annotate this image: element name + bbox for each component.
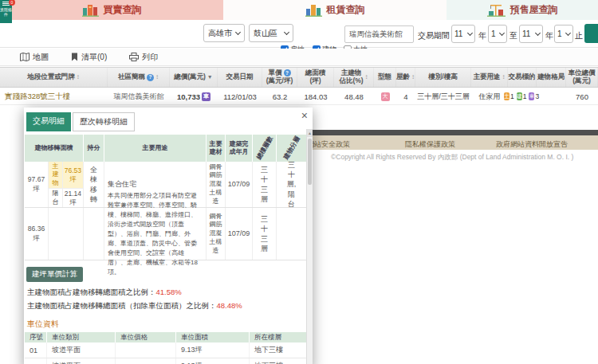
col-total-price[interactable]: 總價(萬元)▼: [170, 68, 218, 87]
row-floor: 三十層/三十三層: [415, 88, 471, 104]
sort-icon[interactable]: ↕: [365, 73, 368, 80]
cell-completed: 107/09: [226, 208, 253, 260]
cell-share: [84, 208, 104, 260]
part-name-main: 主建物: [49, 162, 63, 188]
col-main-use: 主要用途: [104, 135, 207, 162]
sort-icon[interactable]: ↕: [155, 73, 159, 80]
detail-row: 86.36坪 本共同使用部分之項目有防空避難室兼停車空間、停車空間、騎樓、樓梯間…: [25, 208, 307, 260]
info-icon[interactable]: ?: [147, 74, 154, 81]
sort-icon[interactable]: ↕: [502, 73, 506, 80]
crane-icon: [487, 3, 506, 17]
cell-material: 鋼骨鋼筋混凝土構造: [207, 162, 226, 207]
parking-row: 01 坡道平面 9.13坪 地下三樓: [25, 342, 307, 358]
cell-parking-floor: 地下三樓: [250, 342, 307, 358]
print-label: 列印: [142, 52, 158, 63]
row-main-ratio: 48.48: [334, 88, 374, 104]
tab-presale-query[interactable]: 預售屋查詢: [447, 0, 598, 20]
col-parking-price: 車位價格: [116, 332, 176, 342]
tab-transaction-detail[interactable]: 交易明細: [26, 112, 71, 131]
ratio-value: 48.48%: [217, 301, 242, 310]
footer-divider-bar: [303, 130, 598, 135]
from-year-value: 11: [454, 29, 462, 38]
row-area: 184.03: [297, 88, 334, 104]
col-usage[interactable]: 主要用途↕: [471, 68, 508, 87]
col-address[interactable]: 地段位置或門牌↕: [0, 68, 108, 87]
scrollbar-thumb[interactable]: [308, 139, 312, 185]
building-target-icon: 建: [517, 92, 522, 100]
cell-parking-type: 坡道平面: [47, 358, 116, 364]
tab-rent-query[interactable]: 租賃查詢: [223, 0, 447, 20]
city-value: 高雄市: [208, 28, 232, 39]
cell-main-use: 本共同使用部分之項目有防空避難室兼停車空間、停車空間、騎樓、樓梯間、梯廳、進排煙…: [104, 208, 207, 260]
map-view-button[interactable]: 地圖: [20, 52, 49, 63]
col-completed: 建築完成年月: [226, 135, 253, 162]
cell-parking-floor: 地下三樓: [250, 358, 307, 364]
results-toolbar: 地圖 清單(0) 列印: [0, 49, 598, 66]
advanced-filter-label: 進階條件: [0, 7, 12, 17]
col-material: 主要建材: [207, 135, 226, 162]
from-year-select[interactable]: 11: [451, 25, 475, 43]
cell-parking-type: 坡道平面: [47, 342, 116, 358]
district-value: 鼓山區: [254, 28, 277, 39]
to-month-select[interactable]: 1: [554, 25, 573, 43]
parking-target-icon: 車: [529, 92, 534, 100]
district-select[interactable]: 鼓山區: [249, 24, 293, 42]
tab-label: 買賣查詢: [104, 3, 142, 17]
tab-transfer-history[interactable]: 歷次轉移明細: [73, 112, 135, 131]
city-select[interactable]: 高雄市: [203, 24, 245, 42]
community-search-input[interactable]: [344, 25, 414, 43]
result-row[interactable]: 實踐路328號三十樓 瑞周信義美術館 10,733 車 112/01/03 63…: [0, 88, 598, 105]
sort-icon[interactable]: ↕: [77, 73, 80, 80]
col-community[interactable]: 社區簡稱?↕: [108, 68, 170, 87]
part-name-balcony: 陽台: [49, 189, 63, 207]
from-month-select[interactable]: 1: [488, 25, 507, 43]
building-target-count: 1: [523, 92, 527, 100]
cell-area-breakdown: [49, 208, 84, 260]
col-layout[interactable]: 建物格局: [537, 68, 566, 87]
printer-icon: [129, 53, 139, 61]
cell-building-floor: [277, 208, 307, 260]
footer-link-privacy[interactable]: 隱私權保護政策: [405, 139, 455, 150]
print-button[interactable]: 列印: [129, 52, 158, 63]
top-tab-bar: 買賣查詢 租賃查詢 預售屋查詢: [0, 0, 598, 20]
cell-share: 全棟移轉: [84, 162, 104, 207]
search-button[interactable]: [584, 24, 598, 43]
app-window: 買賣查詢 租賃查詢 預售屋查詢 進階條件 0 高雄市 鼓山: [0, 0, 598, 364]
modal-tab-bar: 交易明細 歷次轉移明細: [24, 108, 313, 131]
col-area[interactable]: 總面積(坪): [297, 68, 334, 87]
chevron-down-icon: [535, 30, 541, 36]
row-type: 大: [374, 88, 396, 104]
footer-link-open-data[interactable]: 政府網站資料開放宣告: [496, 139, 568, 150]
chevron-down-icon: [235, 29, 241, 35]
col-age[interactable]: 屋齡↕: [396, 68, 415, 87]
sort-desc-icon[interactable]: ▼: [207, 74, 213, 80]
col-main-ratio[interactable]: 主建物佔比(%)↕: [334, 68, 374, 87]
sort-icon[interactable]: ↕: [411, 73, 415, 80]
col-parking-price[interactable]: 車位總價(萬元): [566, 68, 598, 87]
year-unit-label: 年: [545, 30, 553, 41]
ratio-label: 主建物面積占建物移轉總面積（扣除車位面積）之比例：: [27, 301, 217, 310]
row-age: 4: [396, 88, 415, 104]
col-unit-price[interactable]: 單價?(萬元/坪): [262, 68, 297, 87]
col-type[interactable]: 型態: [374, 68, 396, 87]
row-usage: 住家用: [471, 88, 508, 104]
col-date[interactable]: 交易日期: [218, 68, 262, 87]
unit-price-calc-button[interactable]: 建坪單價計算: [26, 267, 83, 282]
footer-link-security[interactable]: 網站安全政策: [307, 139, 350, 150]
ratio-line: 主建物面積占建物移轉總面積（扣除車位面積）之比例：48.48%: [27, 301, 313, 311]
row-community: 瑞周信義美術館: [108, 88, 170, 104]
to-year-select[interactable]: 11: [519, 25, 543, 43]
bookmark-icon: [71, 53, 78, 61]
close-icon[interactable]: ×: [301, 110, 308, 121]
row-address[interactable]: 實踐路328號三十樓: [0, 88, 108, 104]
row-unit-price: 63.2: [262, 88, 297, 104]
cell-serial: 01: [25, 342, 47, 358]
cell-parking-price: [116, 358, 176, 364]
tab-buy-sell-query[interactable]: 買賣查詢: [0, 0, 223, 20]
col-floor[interactable]: 樓別/樓高: [415, 68, 471, 87]
col-targets[interactable]: 交易標的: [508, 68, 537, 87]
modal-scrollbar[interactable]: ▲: [306, 129, 313, 364]
scroll-up-icon[interactable]: ▲: [307, 129, 313, 137]
saved-list-button[interactable]: 清單(0): [71, 52, 107, 63]
col-share: 持分: [84, 135, 104, 162]
